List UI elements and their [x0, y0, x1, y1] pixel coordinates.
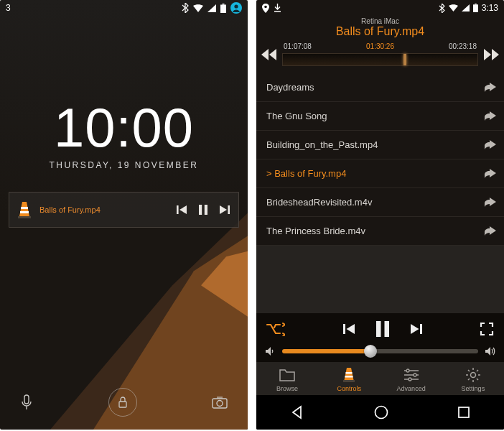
svg-rect-4 — [220, 4, 226, 13]
status-time: 3:13 — [482, 3, 498, 13]
status-bar: 3 — [0, 0, 248, 16]
svg-marker-37 — [266, 347, 271, 356]
svg-marker-32 — [346, 324, 355, 334]
playlist-item[interactable]: The Princess Bride.m4v — [256, 217, 504, 246]
device-name: Retina iMac — [256, 17, 504, 25]
fullscreen-button[interactable] — [480, 322, 494, 336]
lock-icon — [118, 396, 128, 409]
unlock-button[interactable] — [108, 388, 137, 417]
pause-button[interactable] — [197, 203, 210, 216]
playlist-item[interactable]: The Gnu Song — [256, 102, 504, 131]
prev-button[interactable] — [342, 322, 356, 336]
svg-rect-12 — [177, 205, 179, 214]
time-elapsed: 01:07:08 — [284, 42, 312, 50]
next-button[interactable] — [409, 322, 424, 336]
svg-point-44 — [414, 374, 416, 376]
share-icon[interactable] — [484, 111, 497, 121]
bluetooth-icon — [439, 4, 445, 13]
playlist: Daydreams The Gnu Song Building_on_the_P… — [256, 73, 504, 246]
share-icon[interactable] — [484, 169, 497, 179]
tab-advanced[interactable]: Advanced — [381, 366, 442, 392]
rewind-button[interactable] — [259, 49, 278, 60]
share-icon[interactable] — [484, 140, 497, 150]
tab-label: Settings — [462, 385, 485, 392]
playback-controls — [256, 313, 504, 362]
svg-rect-41 — [345, 376, 353, 378]
seek-thumb[interactable] — [403, 54, 406, 65]
signal-icon — [207, 4, 216, 12]
share-icon[interactable] — [484, 83, 497, 93]
prev-track-button[interactable] — [175, 203, 188, 216]
svg-marker-36 — [411, 324, 419, 334]
svg-rect-35 — [420, 324, 422, 334]
playlist-item[interactable]: Building_on_the_Past.mp4 — [256, 131, 504, 159]
volume-slider[interactable] — [282, 349, 478, 353]
playlist-item[interactable]: BridesheadRevisited.m4v — [256, 188, 504, 217]
user-icon — [230, 2, 242, 14]
battery-icon — [473, 4, 478, 12]
svg-rect-33 — [376, 321, 381, 337]
svg-rect-16 — [228, 205, 230, 214]
seek-bar[interactable] — [282, 53, 478, 66]
playlist-item[interactable]: Daydreams — [256, 73, 504, 102]
lockscreen-date: THURSDAY, 19 NOVEMBER — [0, 160, 248, 170]
time-remaining: 00:23:18 — [449, 42, 477, 50]
wifi-icon — [193, 4, 203, 12]
seek-row: 01:07:08 01:30:26 00:23:18 — [256, 38, 504, 73]
svg-point-46 — [470, 373, 475, 378]
media-widget[interactable]: Balls of Fury.mp4 — [9, 192, 239, 228]
playlist-item-label: The Gnu Song — [266, 111, 327, 121]
voice-icon[interactable] — [20, 394, 33, 410]
tab-settings[interactable]: Settings — [442, 366, 504, 392]
svg-rect-25 — [473, 4, 478, 12]
playlist-item-label: > Balls of Fury.mp4 — [266, 168, 346, 179]
vlc-cone-icon — [17, 200, 32, 219]
share-icon[interactable] — [484, 226, 497, 236]
tab-controls[interactable]: Controls — [318, 366, 380, 392]
svg-rect-31 — [343, 324, 345, 334]
svg-rect-34 — [384, 321, 389, 337]
signal-icon — [462, 4, 470, 11]
status-bar: 3:13 — [256, 0, 504, 16]
lockscreen-phone: 3 10:00 THURSDAY, 19 NOVEMBER — [0, 0, 248, 430]
tab-label: Browse — [276, 385, 298, 392]
camera-icon[interactable] — [212, 396, 228, 409]
wifi-icon — [449, 4, 458, 11]
media-title: Balls of Fury.mp4 — [39, 205, 175, 214]
volume-down-icon[interactable] — [263, 346, 276, 356]
svg-marker-29 — [484, 49, 491, 60]
playlist-item-label: Building_on_the_Past.mp4 — [266, 139, 378, 150]
folder-icon — [279, 366, 296, 384]
nav-back-button[interactable] — [291, 405, 305, 420]
svg-marker-3 — [207, 4, 216, 12]
battery-icon — [220, 4, 226, 13]
svg-rect-15 — [205, 205, 207, 215]
now-playing-title: Balls of Fury.mp4 — [256, 25, 504, 38]
pause-button[interactable] — [375, 320, 391, 338]
svg-rect-9 — [21, 207, 28, 209]
bluetooth-icon — [182, 3, 189, 13]
share-icon[interactable] — [484, 198, 497, 208]
svg-rect-40 — [346, 372, 353, 374]
spacer — [256, 246, 504, 313]
svg-marker-27 — [261, 49, 269, 60]
vlc-remote-phone: 3:13 Retina iMac Balls of Fury.mp4 01:07… — [256, 0, 504, 430]
playlist-item-label: The Princess Bride.m4v — [266, 226, 365, 236]
nav-recents-button[interactable] — [457, 406, 470, 419]
playlist-item-active[interactable]: > Balls of Fury.mp4 — [256, 159, 504, 188]
gear-icon — [465, 366, 481, 384]
lockscreen-clock: 10:00 — [0, 96, 248, 159]
shuffle-button[interactable] — [266, 322, 285, 336]
svg-rect-14 — [199, 205, 202, 215]
volume-up-icon[interactable] — [484, 346, 497, 356]
volume-knob[interactable] — [364, 345, 377, 358]
next-track-button[interactable] — [218, 203, 231, 216]
svg-marker-17 — [220, 205, 227, 214]
tab-browse[interactable]: Browse — [256, 366, 318, 392]
notification-count: 3 — [6, 3, 11, 13]
nav-home-button[interactable] — [373, 404, 389, 420]
fast-forward-button[interactable] — [482, 49, 501, 60]
svg-rect-26 — [475, 4, 477, 4]
svg-marker-13 — [179, 205, 187, 214]
playlist-item-label: Daydreams — [266, 82, 314, 93]
